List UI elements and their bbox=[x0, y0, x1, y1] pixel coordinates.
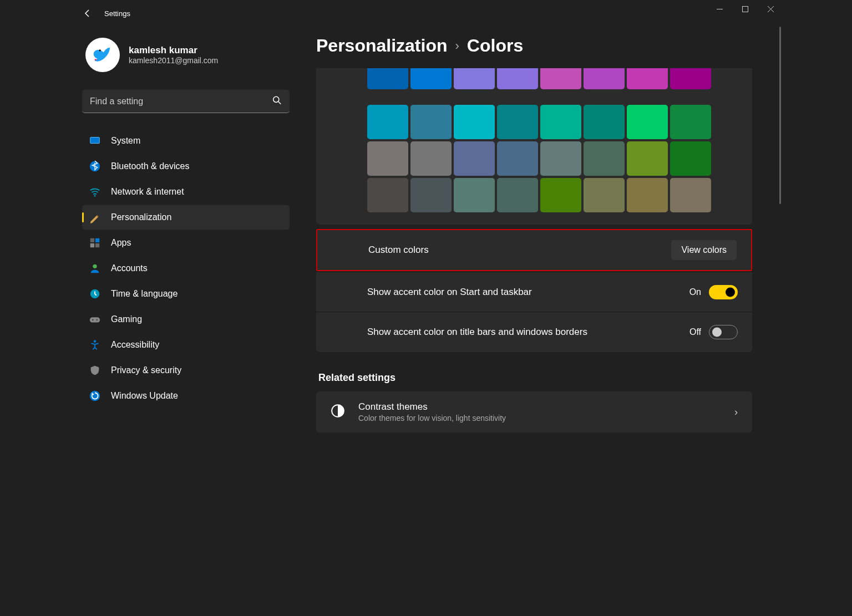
color-swatch[interactable] bbox=[497, 178, 538, 212]
color-swatch[interactable] bbox=[367, 68, 408, 89]
sidebar-item-accessibility[interactable]: Accessibility bbox=[82, 333, 290, 357]
svg-point-15 bbox=[92, 319, 94, 321]
color-swatch[interactable] bbox=[367, 105, 408, 139]
toggle-state-off: Off bbox=[689, 327, 701, 337]
color-swatch[interactable] bbox=[670, 178, 711, 212]
sidebar-item-system[interactable]: System bbox=[82, 129, 290, 153]
color-swatch[interactable] bbox=[584, 141, 625, 176]
accent-titlebar-label: Show accent color on title bars and wind… bbox=[367, 325, 689, 339]
accent-start-taskbar-row: Show accent color on Start and taskbar O… bbox=[316, 272, 752, 312]
contrast-themes-card[interactable]: Contrast themes Color themes for low vis… bbox=[316, 391, 752, 432]
sidebar-item-personalization[interactable]: Personalization bbox=[82, 205, 290, 230]
sidebar-item-time[interactable]: Time & language bbox=[82, 282, 290, 306]
sidebar-item-accounts[interactable]: Accounts bbox=[82, 256, 290, 281]
accent-start-taskbar-toggle[interactable] bbox=[709, 285, 738, 299]
search-input[interactable] bbox=[82, 90, 290, 113]
avatar bbox=[85, 38, 120, 72]
sidebar-item-label: Accounts bbox=[111, 263, 148, 273]
color-swatch[interactable] bbox=[584, 68, 625, 89]
svg-rect-9 bbox=[95, 238, 99, 242]
color-swatch[interactable] bbox=[584, 178, 625, 212]
sidebar-item-label: Personalization bbox=[111, 212, 171, 222]
custom-colors-row: Custom colors View colors bbox=[316, 229, 752, 271]
color-swatch[interactable] bbox=[454, 141, 495, 176]
close-button[interactable] bbox=[758, 0, 783, 18]
color-swatch[interactable] bbox=[627, 105, 668, 139]
color-swatch[interactable] bbox=[454, 105, 495, 139]
color-swatch[interactable] bbox=[540, 105, 581, 139]
color-swatch[interactable] bbox=[540, 68, 581, 89]
gaming-icon bbox=[89, 313, 101, 325]
svg-point-3 bbox=[273, 96, 279, 102]
svg-rect-10 bbox=[90, 243, 94, 247]
custom-colors-label: Custom colors bbox=[368, 243, 671, 257]
sidebar-item-label: Time & language bbox=[111, 289, 178, 299]
accounts-icon bbox=[89, 262, 101, 274]
breadcrumb-current: Colors bbox=[467, 35, 523, 56]
privacy-icon bbox=[89, 364, 101, 376]
color-swatch[interactable] bbox=[410, 141, 452, 176]
update-icon bbox=[89, 390, 101, 402]
sidebar-item-label: Network & internet bbox=[111, 187, 184, 197]
color-swatch[interactable] bbox=[670, 141, 711, 176]
sidebar-item-bluetooth[interactable]: Bluetooth & devices bbox=[82, 154, 290, 179]
svg-rect-8 bbox=[90, 238, 94, 242]
svg-point-7 bbox=[94, 195, 96, 197]
related-settings-header: Related settings bbox=[318, 372, 779, 384]
user-profile[interactable]: kamlesh kumar kamlesh2011@gmail.com bbox=[82, 38, 290, 72]
color-swatch[interactable] bbox=[367, 141, 408, 176]
color-swatch[interactable] bbox=[454, 68, 495, 89]
breadcrumb-parent[interactable]: Personalization bbox=[316, 35, 448, 56]
view-colors-button[interactable]: View colors bbox=[671, 240, 737, 260]
sidebar-item-label: System bbox=[111, 136, 140, 146]
svg-point-16 bbox=[96, 319, 98, 321]
scrollbar[interactable] bbox=[779, 27, 781, 204]
color-swatch[interactable] bbox=[584, 105, 625, 139]
svg-point-12 bbox=[93, 264, 97, 268]
user-email: kamlesh2011@gmail.com bbox=[129, 56, 218, 65]
sidebar-item-update[interactable]: Windows Update bbox=[82, 384, 290, 408]
sidebar-item-gaming[interactable]: Gaming bbox=[82, 307, 290, 332]
accessibility-icon bbox=[89, 339, 101, 351]
color-swatch[interactable] bbox=[497, 141, 538, 176]
sidebar-item-label: Privacy & security bbox=[111, 365, 181, 375]
svg-rect-14 bbox=[90, 317, 100, 322]
color-swatch[interactable] bbox=[627, 68, 668, 89]
maximize-button[interactable] bbox=[732, 0, 758, 18]
sidebar-item-network[interactable]: Network & internet bbox=[82, 180, 290, 204]
user-name: kamlesh kumar bbox=[129, 45, 218, 56]
sidebar-item-label: Bluetooth & devices bbox=[111, 161, 189, 171]
system-icon bbox=[89, 135, 101, 147]
color-swatch[interactable] bbox=[367, 178, 408, 212]
time-icon bbox=[89, 288, 101, 300]
color-swatch[interactable] bbox=[410, 68, 452, 89]
color-swatch[interactable] bbox=[540, 178, 581, 212]
bluetooth-icon bbox=[89, 160, 101, 172]
app-title: Settings bbox=[104, 9, 130, 18]
sidebar-item-apps[interactable]: Apps bbox=[82, 231, 290, 255]
color-swatch[interactable] bbox=[540, 141, 581, 176]
accent-titlebar-row: Show accent color on title bars and wind… bbox=[316, 312, 752, 352]
svg-rect-11 bbox=[95, 243, 99, 247]
apps-icon bbox=[89, 237, 101, 249]
color-swatch[interactable] bbox=[497, 105, 538, 139]
svg-rect-0 bbox=[742, 6, 748, 12]
color-swatch[interactable] bbox=[497, 68, 538, 89]
accent-titlebar-toggle[interactable] bbox=[709, 325, 738, 339]
back-button[interactable] bbox=[77, 2, 99, 24]
personalization-icon bbox=[89, 211, 101, 223]
sidebar-item-label: Gaming bbox=[111, 314, 142, 324]
color-swatch[interactable] bbox=[627, 141, 668, 176]
svg-point-17 bbox=[94, 340, 97, 343]
color-swatch[interactable] bbox=[670, 105, 711, 139]
sidebar-item-privacy[interactable]: Privacy & security bbox=[82, 358, 290, 383]
color-swatch[interactable] bbox=[410, 178, 452, 212]
color-swatch[interactable] bbox=[670, 68, 711, 89]
contrast-sub: Color themes for low vision, light sensi… bbox=[358, 414, 721, 422]
accent-start-taskbar-label: Show accent color on Start and taskbar bbox=[367, 285, 689, 299]
color-swatch[interactable] bbox=[454, 178, 495, 212]
color-swatch[interactable] bbox=[627, 178, 668, 212]
toggle-state-on: On bbox=[689, 287, 701, 297]
color-swatch[interactable] bbox=[410, 105, 452, 139]
minimize-button[interactable] bbox=[707, 0, 732, 18]
